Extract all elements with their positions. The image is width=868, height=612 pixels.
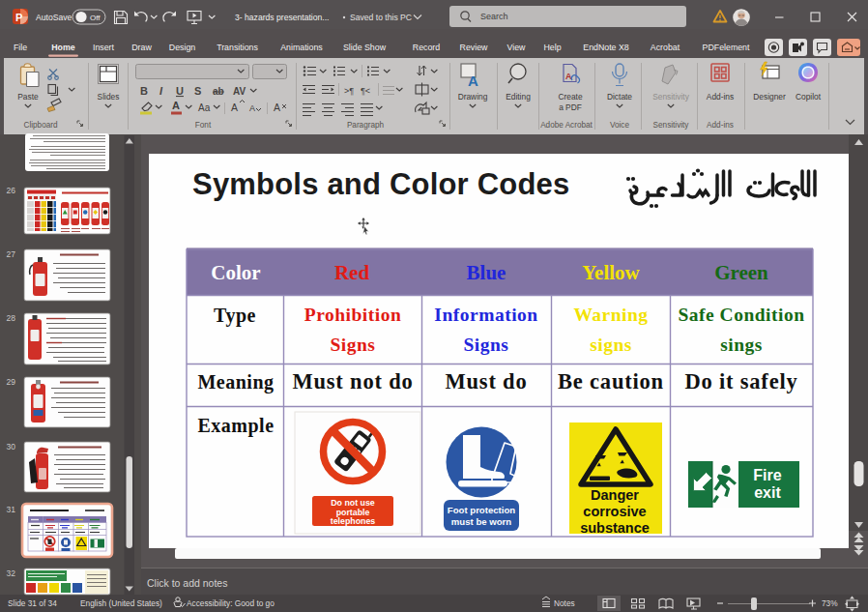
svg-text:Drawing: Drawing bbox=[458, 92, 488, 102]
svg-text:must be worn: must be worn bbox=[451, 516, 512, 527]
svg-text:Must do: Must do bbox=[446, 369, 528, 393]
svg-text:Yellow: Yellow bbox=[582, 261, 640, 284]
svg-text:28: 28 bbox=[7, 313, 16, 323]
svg-text:Dictate: Dictate bbox=[607, 92, 632, 102]
svg-text:Home: Home bbox=[51, 43, 75, 52]
svg-text:A: A bbox=[172, 100, 180, 111]
svg-text:Slide Show: Slide Show bbox=[343, 43, 387, 52]
svg-text:Slide 31 of 34: Slide 31 of 34 bbox=[8, 598, 57, 608]
svg-text:A: A bbox=[231, 102, 238, 113]
svg-text:signs: signs bbox=[590, 335, 632, 355]
svg-text:English (United States): English (United States) bbox=[80, 598, 162, 608]
svg-text:Signs: Signs bbox=[464, 335, 509, 355]
svg-text:Fire: Fire bbox=[753, 467, 781, 483]
svg-text:Green: Green bbox=[714, 261, 768, 284]
svg-text:File: File bbox=[14, 43, 27, 52]
svg-text:Designer: Designer bbox=[753, 92, 786, 102]
svg-text:Search: Search bbox=[480, 12, 508, 21]
svg-text:Record: Record bbox=[413, 43, 440, 52]
svg-text:Accessibility: Good to go: Accessibility: Good to go bbox=[187, 598, 275, 608]
svg-text:Must not do: Must not do bbox=[292, 369, 413, 393]
svg-text:Blue: Blue bbox=[467, 261, 506, 284]
svg-text:Aa: Aa bbox=[198, 102, 211, 113]
svg-text:Information: Information bbox=[434, 305, 537, 325]
svg-text:A: A bbox=[249, 103, 255, 113]
svg-text:Saved to this PC: Saved to this PC bbox=[350, 13, 412, 22]
svg-text:A: A bbox=[274, 102, 280, 113]
svg-text:30: 30 bbox=[7, 442, 16, 452]
svg-text:Sensitivity: Sensitivity bbox=[653, 121, 690, 130]
svg-text:portable: portable bbox=[336, 508, 370, 517]
svg-text:ab: ab bbox=[213, 86, 224, 97]
svg-text:Be caution: Be caution bbox=[558, 369, 664, 393]
svg-text:Slides: Slides bbox=[98, 92, 120, 102]
svg-text:29: 29 bbox=[7, 377, 16, 387]
svg-text:27: 27 bbox=[7, 249, 16, 259]
svg-text:Voice: Voice bbox=[610, 121, 629, 130]
svg-text:Red: Red bbox=[334, 261, 369, 284]
svg-text:Paragraph: Paragraph bbox=[347, 121, 385, 130]
svg-text:Click to add notes: Click to add notes bbox=[147, 577, 227, 589]
svg-text:Meaning: Meaning bbox=[197, 371, 274, 393]
svg-text:Prohibition: Prohibition bbox=[304, 305, 402, 325]
svg-text:View: View bbox=[507, 43, 527, 52]
svg-text:telephones: telephones bbox=[331, 516, 376, 526]
svg-text:Foot protection: Foot protection bbox=[448, 505, 515, 515]
svg-text:sings: sings bbox=[720, 335, 763, 355]
svg-text:exit: exit bbox=[754, 484, 781, 501]
svg-text:Safe Condition: Safe Condition bbox=[678, 305, 804, 325]
svg-text:Font: Font bbox=[195, 121, 212, 130]
svg-text:EndNote X8: EndNote X8 bbox=[583, 43, 629, 52]
svg-text:PDFelement: PDFelement bbox=[703, 43, 750, 52]
svg-text:Example: Example bbox=[197, 415, 274, 437]
svg-text:Do it safely: Do it safely bbox=[684, 369, 797, 393]
svg-text:31: 31 bbox=[7, 505, 16, 514]
svg-text:S: S bbox=[194, 85, 201, 97]
svg-text:Help: Help bbox=[543, 43, 561, 52]
svg-text:Design: Design bbox=[169, 43, 195, 52]
svg-text:AutoSave: AutoSave bbox=[36, 13, 72, 22]
svg-text:Add-ins: Add-ins bbox=[707, 121, 734, 130]
svg-text:3- hazards presentation...: 3- hazards presentation... bbox=[235, 13, 329, 22]
svg-text:Danger: Danger bbox=[591, 487, 639, 503]
svg-text:Editing: Editing bbox=[506, 92, 531, 102]
svg-text:Sensitivity: Sensitivity bbox=[652, 92, 690, 102]
svg-text:Notes: Notes bbox=[554, 598, 575, 608]
svg-text:Transitions: Transitions bbox=[217, 43, 258, 52]
svg-text:U: U bbox=[176, 85, 184, 97]
svg-text:Symbols and Color Codes: Symbols and Color Codes bbox=[192, 167, 569, 201]
svg-text:a PDF: a PDF bbox=[559, 102, 582, 112]
svg-text:corrosive: corrosive bbox=[583, 504, 646, 519]
svg-text:B: B bbox=[140, 85, 148, 97]
svg-text:Type: Type bbox=[214, 305, 256, 327]
svg-text:Copilot: Copilot bbox=[796, 92, 822, 102]
svg-text:>¶: >¶ bbox=[344, 86, 354, 96]
svg-text:AV: AV bbox=[233, 86, 246, 97]
svg-text:Warning: Warning bbox=[573, 305, 648, 325]
svg-text:Clipboard: Clipboard bbox=[23, 121, 57, 130]
svg-text:Add-ins: Add-ins bbox=[707, 92, 734, 102]
svg-text:substance: substance bbox=[580, 520, 650, 536]
svg-text:¶<: ¶< bbox=[361, 86, 370, 96]
svg-text:Adobe Acrobat: Adobe Acrobat bbox=[540, 121, 593, 130]
svg-text:Review: Review bbox=[460, 43, 488, 52]
svg-text:32: 32 bbox=[7, 568, 16, 578]
svg-text:P: P bbox=[15, 12, 22, 23]
svg-text:26: 26 bbox=[7, 186, 16, 195]
svg-text:Draw: Draw bbox=[131, 43, 152, 52]
svg-text:Animations: Animations bbox=[280, 43, 323, 52]
svg-text:A: A bbox=[468, 73, 478, 89]
svg-text:Do not use: Do not use bbox=[331, 498, 375, 508]
svg-text:73%: 73% bbox=[822, 598, 838, 608]
svg-text:Color: Color bbox=[211, 261, 260, 284]
svg-text:Paste: Paste bbox=[17, 92, 39, 102]
svg-text:Insert: Insert bbox=[93, 43, 115, 52]
svg-text:Acrobat: Acrobat bbox=[651, 43, 680, 52]
svg-text:Signs: Signs bbox=[331, 335, 376, 355]
svg-text:Create: Create bbox=[558, 92, 582, 102]
svg-text:Off: Off bbox=[90, 14, 101, 22]
